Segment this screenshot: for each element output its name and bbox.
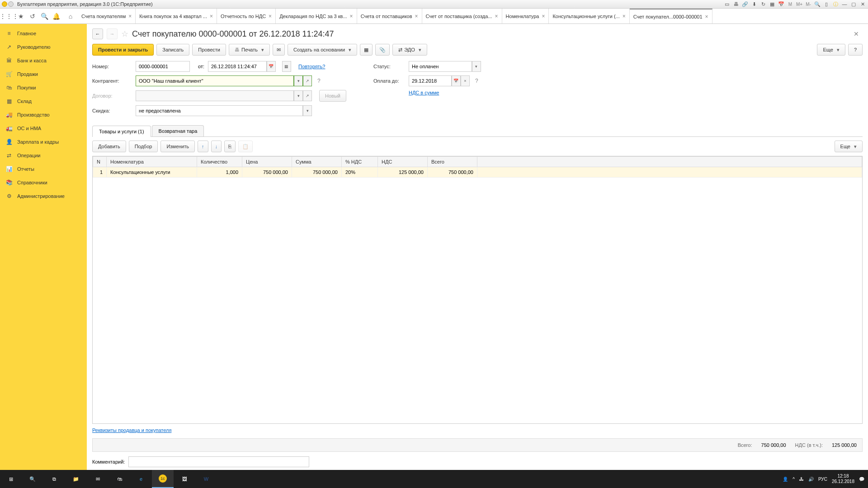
col-nom[interactable]: Номенклатура [107, 157, 197, 167]
print-button[interactable]: 🖶 Печать [229, 44, 270, 56]
start-button[interactable]: ⊞ [0, 470, 22, 488]
related-button[interactable]: ▦ [360, 44, 373, 56]
titlebar-btn[interactable]: ↻ [760, 1, 767, 7]
seller-details-link[interactable]: Реквизиты продавца и покупателя [92, 427, 171, 433]
help-icon[interactable]: ? [475, 78, 478, 84]
tab-close-icon[interactable]: × [269, 13, 272, 19]
favorite-icon[interactable]: ☆ [121, 29, 128, 39]
dropdown-icon[interactable]: ▾ [294, 75, 303, 86]
tab-close-icon[interactable]: × [350, 13, 353, 19]
add-button[interactable]: Добавить [92, 141, 126, 152]
sidebar-item[interactable]: 👤Зарплата и кадры [0, 135, 87, 149]
sidebar-item[interactable]: ▦Склад [0, 94, 87, 108]
document-tab[interactable]: Декларация по НДС за 3 кв...× [276, 9, 357, 23]
titlebar-btn[interactable]: ▭ [723, 1, 731, 7]
document-tab[interactable]: Счета от поставщиков× [357, 9, 422, 23]
payment-date-input[interactable] [409, 75, 452, 86]
taskbar-clock[interactable]: 12:18 26.12.2018 [832, 474, 854, 484]
calendar-icon[interactable]: 📅 [267, 61, 276, 72]
tab-close-icon[interactable]: × [415, 13, 418, 19]
tray-network-icon[interactable]: 🖧 [799, 477, 804, 482]
post-and-close-button[interactable]: Провести и закрыть [92, 44, 154, 56]
info-icon[interactable]: ⓘ [832, 1, 839, 7]
document-tab[interactable]: Счет от поставщика (созда...× [422, 9, 502, 23]
write-button[interactable]: Записать [156, 44, 189, 56]
sidebar-item[interactable]: ⚙Администрирование [0, 189, 87, 203]
discount-input[interactable] [136, 105, 303, 116]
word-button[interactable]: W [195, 470, 217, 488]
status-input[interactable] [409, 61, 472, 72]
paste-button[interactable]: 📋 [238, 141, 253, 152]
col-total[interactable]: Всего [428, 157, 477, 167]
date-input[interactable] [208, 61, 267, 72]
titlebar-btn[interactable]: 🖶 [732, 1, 740, 7]
close-icon[interactable]: ✕ [859, 1, 866, 7]
document-tab[interactable]: Консультационные услуги (...× [549, 9, 629, 23]
schedule-icon[interactable]: ▦ [282, 61, 291, 72]
sidebar-item[interactable]: 🏛Банк и касса [0, 54, 87, 67]
tab-close-icon[interactable]: × [705, 14, 708, 20]
tab-tare[interactable]: Возвратная тара [152, 125, 204, 136]
tray-volume-icon[interactable]: 🔊 [808, 477, 814, 482]
mail-button[interactable]: ✉ [87, 470, 108, 488]
help-button[interactable]: ? [848, 44, 863, 56]
dropdown-icon[interactable]: ▾ [303, 105, 312, 116]
clear-icon[interactable]: × [461, 75, 470, 86]
back-button[interactable]: ← [92, 28, 103, 39]
store-button[interactable]: 🛍 [108, 470, 130, 488]
titlebar-text-m[interactable]: M- [805, 1, 812, 7]
tab-close-icon[interactable]: × [495, 13, 498, 19]
col-qty[interactable]: Количество [197, 157, 242, 167]
explorer-button[interactable]: 📁 [65, 470, 87, 488]
tray-up-icon[interactable]: ^ [793, 477, 795, 482]
sidebar-item[interactable]: ≡Главное [0, 27, 87, 40]
tab-close-icon[interactable]: × [128, 13, 132, 19]
contract-input[interactable] [136, 90, 294, 101]
tab-close-icon[interactable]: × [542, 13, 545, 19]
dropdown-icon[interactable]: ▾ [472, 61, 481, 72]
history-icon[interactable]: ↺ [27, 11, 38, 22]
sidebar-item[interactable]: ⇄Операции [0, 149, 87, 162]
sidebar-item[interactable]: 🚛ОС и НМА [0, 122, 87, 135]
repeat-link[interactable]: Повторять? [298, 64, 326, 69]
sidebar-item[interactable]: 📊Отчеты [0, 162, 87, 176]
minimize-icon[interactable]: — [841, 1, 848, 7]
col-price[interactable]: Цена [242, 157, 292, 167]
move-down-button[interactable]: ↓ [211, 141, 222, 152]
attach-button[interactable]: 📎 [375, 44, 390, 56]
titlebar-btn[interactable]: ▦ [769, 1, 776, 7]
open-icon[interactable]: ↗ [303, 90, 312, 101]
comment-input[interactable] [128, 456, 309, 467]
forward-button[interactable]: → [107, 28, 118, 39]
table-row[interactable]: 1Консультационные услуги1,000750 000,007… [93, 167, 862, 178]
home-icon[interactable]: ⌂ [65, 11, 76, 22]
help-icon[interactable]: ? [317, 78, 321, 84]
photos-button[interactable]: 🖼 [174, 470, 195, 488]
tray-people-icon[interactable]: 👤 [783, 477, 788, 482]
more-button[interactable]: Еще [817, 44, 845, 56]
col-sum[interactable]: Сумма [292, 157, 342, 167]
calendar-icon[interactable]: 📅 [452, 75, 461, 86]
bell-icon[interactable]: 🔔 [51, 11, 61, 22]
move-up-button[interactable]: ↑ [198, 141, 208, 152]
sidebar-item[interactable]: ↗Руководителю [0, 40, 87, 54]
apps-icon[interactable]: ⋮⋮⋮ [4, 11, 14, 22]
zoom-icon[interactable]: 🔍 [814, 1, 821, 7]
search-icon[interactable]: 🔍 [39, 11, 50, 22]
new-contract-button[interactable]: Новый [319, 90, 346, 102]
document-tab[interactable]: Счета покупателям× [78, 9, 136, 23]
counterparty-input[interactable] [136, 75, 294, 86]
tab-goods[interactable]: Товары и услуги (1) [92, 126, 151, 137]
post-button[interactable]: Провести [192, 44, 226, 56]
tray-lang[interactable]: РУС [818, 477, 827, 482]
titlebar-btn[interactable]: 🔗 [741, 1, 749, 7]
copy-button[interactable]: ⎘ [224, 141, 236, 152]
titlebar-btn[interactable]: 📅 [778, 1, 785, 7]
tab-close-icon[interactable]: × [623, 13, 626, 19]
sidebar-item[interactable]: 📚Справочники [0, 176, 87, 189]
pick-button[interactable]: Подбор [129, 141, 158, 152]
document-tab[interactable]: Книга покупок за 4 квартал ...× [136, 9, 217, 23]
titlebar-text-m[interactable]: M+ [796, 1, 803, 7]
sidebar-item[interactable]: 🛍Покупки [0, 81, 87, 94]
col-vat[interactable]: НДС [378, 157, 428, 167]
